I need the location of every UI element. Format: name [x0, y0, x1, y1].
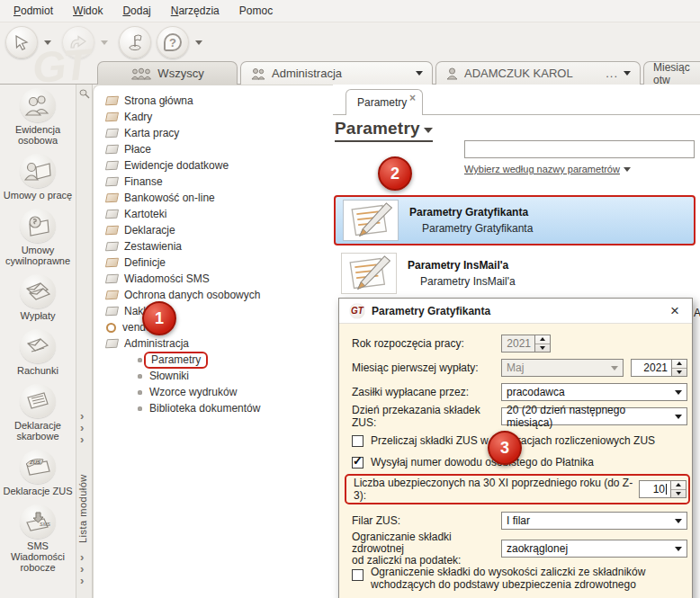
tab-parametry[interactable]: Parametry ×	[346, 89, 423, 115]
dialog-close-icon[interactable]: ×	[665, 303, 685, 318]
tree-item-zestawienia[interactable]: Zestawienia	[106, 238, 333, 254]
tab-close-icon[interactable]: ×	[409, 92, 416, 104]
module-rachunki[interactable]: Rachunki	[0, 326, 76, 380]
tree-item-wiadomosci-sms[interactable]: Wiadomości SMS	[106, 271, 333, 287]
tab-wszyscy-label: Wszyscy	[157, 67, 203, 80]
tab-user-dropdown-caret[interactable]	[624, 71, 631, 76]
tree-subitem-biblioteka-dokumentow[interactable]: Biblioteka dokumentów	[106, 400, 333, 416]
tree-subitem-wzorce-wydrukow[interactable]: Wzorce wydruków	[106, 384, 333, 400]
tree-item-definicje[interactable]: Definicje	[106, 254, 333, 271]
list-item-parametry-gratyfikanta[interactable]: Parametry Gratyfikanta Parametry Gratyfi…	[334, 195, 696, 245]
tree-item-strona-glowna[interactable]: Strona główna	[106, 93, 333, 109]
module-panel-vertical-label[interactable]: Lista modułów	[77, 444, 88, 543]
tree-item-naklejki[interactable]: Naklejki	[106, 303, 333, 319]
tab-administracja-dropdown-caret[interactable]	[416, 71, 423, 76]
tab-wszyscy[interactable]: Wszyscy	[97, 61, 238, 85]
menu-widok[interactable]: Widok	[63, 2, 112, 20]
tab-month[interactable]: Miesiąc otw	[643, 61, 700, 85]
tree-item-kartoteki[interactable]: Kartoteki	[106, 206, 333, 222]
dialog-title: Parametry Gratyfikanta	[372, 305, 658, 317]
person-icon	[105, 112, 119, 122]
module-label: Deklaracje skarbowe	[0, 420, 76, 442]
tree-item-deklaracje[interactable]: Deklaracje	[106, 222, 333, 238]
declarations-icon	[105, 226, 119, 236]
menu-podmiot[interactable]: Podmiot	[4, 2, 63, 20]
module-umowy-o-prace[interactable]: Umowy o pracę	[0, 150, 76, 205]
tree-item-ochrona-danych[interactable]: Ochrona danych osobowych	[106, 287, 333, 303]
search-input[interactable]	[464, 140, 695, 158]
filter-by-name-link[interactable]: Wybierz według nazwy parametrów	[464, 164, 631, 174]
tree-item-ewidencje-dodatkowe[interactable]: Ewidencje dodatkowe	[106, 157, 333, 174]
tab-user-more[interactable]: ...	[606, 67, 618, 80]
inner-tab-strip: Parametry ×	[333, 89, 700, 115]
zasilki-dropdown[interactable]: pracodawca	[501, 383, 687, 401]
filter-dropdown-caret	[624, 167, 631, 172]
person-icon	[445, 67, 459, 80]
module-deklaracje-skarbowe[interactable]: Deklaracje skarbowe	[0, 380, 76, 446]
przeliczaj-checkbox[interactable]	[352, 435, 363, 447]
menu-narzedzia[interactable]: Narzędzia	[161, 2, 229, 20]
module-label: SMS Wiadomości robocze	[0, 540, 76, 573]
tree-subitem-slowniki[interactable]: Słowniki	[106, 368, 333, 384]
step-badge-3: 3	[488, 431, 522, 465]
row-ograniczanie-skladki: Ograniczanie składki zdrowotnej od zalic…	[352, 533, 687, 564]
bullet-icon	[138, 406, 142, 411]
miesiac-rok-field[interactable]: 2021	[631, 359, 672, 377]
pin-icon[interactable]	[78, 88, 90, 100]
tree-subitem-parametry[interactable]: Parametry	[106, 352, 333, 368]
clock-card-icon	[105, 129, 119, 138]
module-umowy-cywilnoprawne[interactable]: Umowy cywilnoprawne	[0, 205, 76, 271]
documents-stack-icon	[20, 384, 56, 418]
tree-item-karta-pracy[interactable]: Karta pracy	[106, 125, 333, 141]
finance-sheets-icon	[105, 177, 119, 187]
parametry-highlighted-label: Parametry	[144, 352, 208, 369]
wysylaj-checkbox[interactable]: ✓	[352, 457, 363, 469]
gt-logo-icon: GT	[350, 304, 364, 318]
row-miesiac-wyplaty: Miesiąc pierwszej wypłaty: Maj 2021	[352, 359, 687, 377]
tab-user[interactable]: ADAMCZUK KAROL ...	[435, 61, 641, 85]
online-banking-icon	[105, 193, 119, 203]
list-item-title: Parametry Gratyfikanta	[409, 206, 533, 219]
rok-spinner[interactable]	[535, 335, 551, 353]
person-document-icon	[20, 154, 56, 188]
page-title[interactable]: Parametry	[335, 119, 433, 142]
module-wyplaty[interactable]: Wypłaty	[0, 271, 76, 326]
liczba-value-field[interactable]: 10	[639, 480, 671, 498]
definitions-icon	[105, 258, 119, 268]
help-button[interactable]: ?	[157, 26, 189, 58]
menu-bar: Podmiot Widok Dodaj Narzędzia Pomoc	[0, 0, 700, 22]
module-panel-strip: › › › Lista modułów › › ›	[76, 85, 93, 598]
module-sms-wiadomosci[interactable]: SMS SMS Wiadomości robocze	[0, 501, 76, 577]
filar-dropdown[interactable]: I filar	[501, 512, 687, 530]
menu-pomoc[interactable]: Pomoc	[229, 2, 283, 20]
dialog-title-bar[interactable]: GT Parametry Gratyfikanta ×	[339, 299, 692, 324]
tree-item-administracja[interactable]: Administracja	[106, 335, 333, 352]
tab-administracja[interactable]: Administracja	[240, 61, 433, 85]
ograniczenie-checkbox[interactable]	[352, 569, 363, 581]
miesiac-rok-spinner[interactable]	[672, 359, 687, 377]
bullet-icon	[138, 374, 142, 379]
chevron-icon[interactable]: ›	[80, 576, 89, 586]
row-dzien-przekazania: Dzień przekazania składek ZUS: 20 (20 dz…	[352, 407, 687, 425]
tree-item-place[interactable]: Płace	[106, 141, 333, 157]
menu-dodaj[interactable]: Dodaj	[112, 2, 160, 20]
liczba-spinner[interactable]	[671, 480, 687, 498]
bullet-icon	[138, 358, 142, 362]
list-item-parametry-insmaila[interactable]: Parametry InsMail'a Parametry InsMail'a	[334, 248, 696, 299]
zus-document-icon: ZUS	[20, 450, 56, 484]
tree-item-kadry[interactable]: Kadry	[106, 109, 333, 125]
module-deklaracje-zus[interactable]: ZUS Deklaracje ZUS	[0, 446, 76, 501]
help-dropdown-caret[interactable]	[195, 40, 202, 45]
row-ograniczenie-checkbox: Ograniczenie składki do wysokości zalicz…	[352, 566, 687, 591]
module-ewidencja-osobowa[interactable]: Ewidencja osobowa	[0, 85, 76, 150]
ograniczanie-dropdown[interactable]: zaokrąglonej	[501, 540, 687, 558]
tree-item-bankowosc[interactable]: Bankowość on-line	[106, 190, 333, 206]
tab-user-label: ADAMCZUK KAROL	[464, 67, 573, 80]
flag-button[interactable]	[119, 26, 151, 58]
navigation-tree: Strona główna Kadry Karta pracy Płace Ew…	[93, 85, 333, 598]
tree-item-vendero[interactable]: vendero	[106, 319, 333, 335]
money-document-icon	[20, 209, 56, 243]
tree-item-finanse[interactable]: Finanse	[106, 174, 333, 190]
dzien-dropdown[interactable]: 20 (20 dzień następnego miesiąca)	[501, 407, 687, 425]
list-item-subtitle: Parametry InsMail'a	[408, 275, 516, 288]
